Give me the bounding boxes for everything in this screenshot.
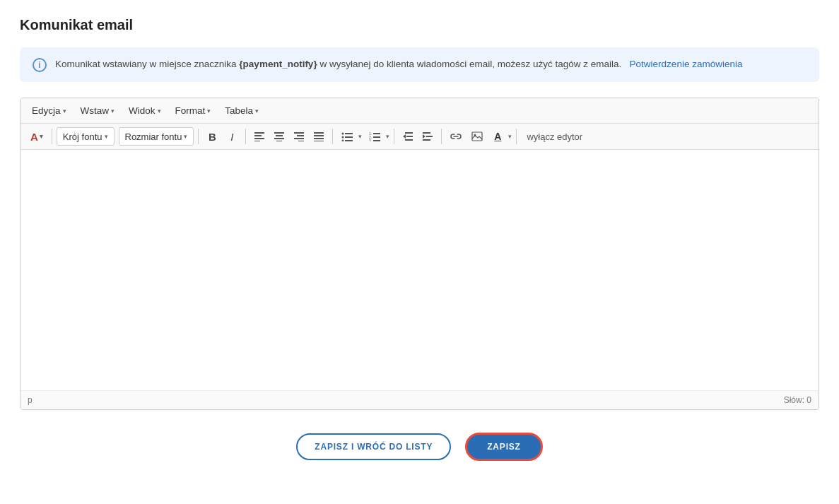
svg-rect-32 — [423, 132, 430, 134]
svg-rect-13 — [314, 135, 324, 136]
outdent-button[interactable] — [399, 127, 417, 146]
svg-rect-9 — [297, 135, 304, 136]
chevron-down-icon: ▾ — [358, 133, 362, 140]
editor-wrapper: Edycja ▾ Wstaw ▾ Widok ▾ Format ▾ Tabela… — [20, 98, 819, 410]
info-link[interactable]: Potwierdzenie zamówienia — [627, 59, 743, 69]
editor-tag: p — [28, 395, 33, 405]
svg-rect-15 — [314, 141, 324, 141]
image-button[interactable] — [467, 127, 487, 146]
menu-edycja[interactable]: Edycja ▾ — [26, 102, 72, 119]
chevron-down-icon: ▾ — [158, 107, 161, 115]
bold-button[interactable]: B — [203, 127, 221, 146]
toolbar: A ▾ Krój fontu ▾ Rozmiar fontu ▾ B I — [20, 124, 819, 150]
svg-marker-29 — [403, 134, 406, 139]
font-family-dropdown[interactable]: Krój fontu ▾ — [57, 127, 115, 146]
text-color-button[interactable]: A — [488, 127, 507, 146]
editor-footer: p Słów: 0 — [20, 390, 819, 409]
svg-rect-3 — [254, 141, 260, 141]
svg-rect-2 — [254, 138, 264, 139]
unordered-list-button[interactable] — [337, 127, 357, 146]
align-center-button[interactable] — [270, 127, 288, 146]
chevron-down-icon: ▾ — [255, 107, 259, 115]
link-icon — [450, 132, 462, 141]
separator — [332, 129, 333, 144]
bottom-actions: ZAPISZ I WRÓĆ DO LISTY ZAPISZ — [20, 433, 819, 482]
chevron-down-icon: ▾ — [40, 133, 43, 140]
svg-rect-1 — [254, 135, 262, 136]
separator — [245, 129, 246, 144]
ordered-list-icon: 1. 2. 3. — [369, 131, 380, 141]
italic-button[interactable]: I — [223, 127, 241, 146]
menu-wstaw[interactable]: Wstaw ▾ — [75, 102, 121, 119]
chevron-down-icon: ▾ — [63, 107, 66, 115]
svg-rect-7 — [276, 141, 282, 141]
align-right-button[interactable] — [290, 127, 308, 146]
svg-rect-25 — [373, 136, 380, 138]
info-box: i Komunikat wstawiany w miejsce znacznik… — [20, 47, 819, 82]
svg-rect-5 — [276, 135, 283, 136]
justify-icon — [314, 131, 324, 141]
indent-button[interactable] — [418, 127, 437, 146]
svg-rect-4 — [274, 132, 284, 134]
outdent-icon — [403, 131, 413, 141]
align-center-icon — [274, 131, 284, 141]
menu-widok[interactable]: Widok ▾ — [123, 102, 167, 119]
svg-rect-17 — [345, 133, 353, 134]
svg-rect-19 — [345, 136, 353, 138]
svg-rect-28 — [405, 132, 413, 134]
svg-point-20 — [342, 140, 344, 142]
align-right-icon — [294, 131, 304, 141]
editor-content[interactable] — [20, 150, 819, 390]
justify-button[interactable] — [310, 127, 328, 146]
svg-rect-10 — [294, 138, 304, 139]
font-size-dropdown[interactable]: Rozmiar fontu ▾ — [119, 127, 194, 146]
svg-rect-27 — [373, 140, 380, 141]
menu-bar: Edycja ▾ Wstaw ▾ Widok ▾ Format ▾ Tabela… — [20, 98, 819, 124]
svg-rect-37 — [472, 132, 482, 141]
svg-rect-8 — [294, 132, 304, 134]
chevron-down-icon: ▾ — [207, 107, 211, 115]
svg-marker-33 — [423, 134, 426, 139]
svg-rect-12 — [314, 132, 324, 134]
chevron-down-icon: ▾ — [105, 133, 108, 140]
disable-editor-button[interactable]: wyłącz edytor — [527, 131, 582, 142]
chevron-down-icon: ▾ — [184, 133, 187, 140]
indent-icon — [423, 131, 433, 141]
image-icon — [471, 131, 483, 141]
chevron-down-icon: ▾ — [508, 133, 512, 140]
svg-rect-11 — [298, 141, 304, 141]
save-button[interactable]: ZAPISZ — [465, 433, 542, 461]
save-list-button[interactable]: ZAPISZ I WRÓĆ DO LISTY — [296, 433, 451, 460]
link-button[interactable] — [446, 127, 466, 146]
chevron-down-icon: ▾ — [386, 133, 389, 140]
ordered-list-button[interactable]: 1. 2. 3. — [365, 127, 385, 146]
separator — [198, 129, 199, 144]
font-color-button[interactable]: A ▾ — [26, 127, 47, 146]
svg-point-16 — [342, 133, 344, 135]
info-text: Komunikat wstawiany w miejsce znacznika … — [55, 57, 742, 71]
separator — [394, 129, 394, 144]
separator — [516, 129, 517, 144]
menu-tabela[interactable]: Tabela ▾ — [219, 102, 264, 119]
svg-rect-0 — [254, 132, 264, 134]
separator — [441, 129, 442, 144]
info-icon: i — [33, 58, 47, 72]
svg-rect-35 — [423, 139, 430, 141]
chevron-down-icon: ▾ — [111, 107, 115, 115]
page-title: Komunikat email — [20, 17, 819, 33]
svg-text:3.: 3. — [369, 139, 372, 141]
svg-rect-14 — [314, 138, 324, 139]
menu-format[interactable]: Format ▾ — [170, 102, 217, 119]
svg-rect-30 — [406, 136, 413, 137]
word-count: Słów: 0 — [784, 395, 811, 405]
svg-rect-6 — [274, 138, 284, 139]
svg-rect-23 — [373, 133, 380, 134]
unordered-list-icon — [341, 131, 353, 141]
svg-rect-21 — [345, 140, 353, 141]
align-left-button[interactable] — [250, 127, 269, 146]
align-left-icon — [254, 131, 264, 141]
svg-rect-34 — [426, 136, 433, 137]
separator — [52, 129, 52, 144]
svg-point-18 — [342, 136, 344, 139]
svg-rect-31 — [405, 139, 413, 141]
